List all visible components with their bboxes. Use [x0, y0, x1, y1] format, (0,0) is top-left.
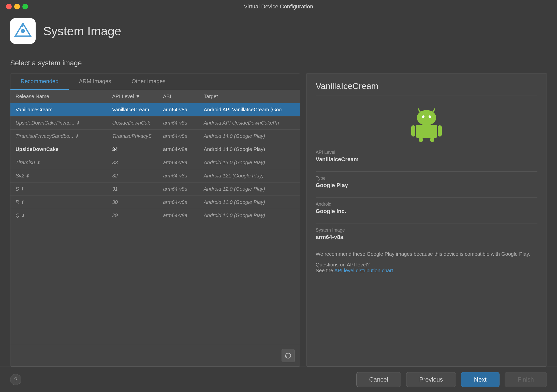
target-cell: Android API UpsideDownCakePri: [199, 116, 300, 130]
tab-other-images[interactable]: Other Images: [121, 73, 175, 90]
col-target: Target: [199, 90, 300, 103]
svg-point-1: [21, 29, 25, 33]
api-level-cell: 30: [107, 196, 158, 209]
abi-cell: arm64-v8a: [158, 156, 199, 169]
maximize-button[interactable]: [22, 4, 28, 9]
api-level-detail: API Level VanillaIceCream: [316, 150, 537, 163]
table-row[interactable]: UpsideDownCake34arm64-v8aAndroid 14.0 (G…: [10, 143, 300, 156]
svg-rect-9: [411, 125, 415, 137]
abi-cell: arm64-v8a: [158, 143, 199, 156]
download-icon[interactable]: ⬇: [20, 213, 25, 218]
system-image-detail: System Image arm64-v8a: [316, 228, 537, 240]
download-icon[interactable]: ⬇: [19, 200, 24, 205]
api-level-cell: 31: [107, 183, 158, 196]
close-button[interactable]: [6, 4, 12, 9]
api-level-cell: 29: [107, 209, 158, 222]
table-row[interactable]: TiramisuPrivacySandbo... ⬇TiramisuPrivac…: [10, 130, 300, 143]
release-name-cell: VanillaIceCream: [10, 103, 107, 116]
system-image-table: Release Name API Level ▼ ABI Target Vani…: [10, 90, 300, 222]
abi-cell: arm64-v8a: [158, 196, 199, 209]
svg-rect-10: [438, 125, 442, 137]
refresh-icon: [285, 352, 292, 359]
release-name-cell: TiramisuPrivacySandbo... ⬇: [10, 130, 107, 143]
api-level-cell: UpsideDownCak: [107, 116, 158, 130]
app-logo: [10, 18, 36, 44]
target-cell: Android API VanillaIceCream (Goo: [199, 103, 300, 116]
bottom-bar: ? Cancel Previous Next Finish: [0, 367, 557, 392]
type-label: Type: [316, 176, 537, 181]
release-name-cell: Sv2 ⬇: [10, 169, 107, 183]
cancel-button[interactable]: Cancel: [356, 372, 401, 387]
table-header-row: Release Name API Level ▼ ABI Target: [10, 90, 300, 103]
divider-2: [316, 197, 537, 198]
col-api-level[interactable]: API Level ▼: [107, 90, 158, 103]
refresh-button[interactable]: [282, 349, 295, 362]
svg-point-5: [417, 110, 436, 125]
table-row[interactable]: VanillaIceCreamVanillaIceCreamarm64-v8aA…: [10, 103, 300, 116]
abi-cell: arm64-v8a: [158, 183, 199, 196]
col-abi: ABI: [158, 90, 199, 103]
download-icon[interactable]: ⬇: [75, 120, 80, 126]
right-panel: VanillaIceCream: [306, 73, 547, 367]
target-cell: Android 13.0 (Google Play): [199, 156, 300, 169]
type-value: Google Play: [316, 182, 537, 189]
svg-rect-11: [419, 138, 423, 142]
svg-point-7: [429, 115, 431, 118]
tab-bar: Recommended ARM Images Other Images: [10, 73, 300, 90]
previous-button[interactable]: Previous: [406, 372, 456, 387]
target-cell: Android 14.0 (Google Play): [199, 130, 300, 143]
release-name-cell: Tiramisu ⬇: [10, 156, 107, 169]
tab-arm-images[interactable]: ARM Images: [69, 73, 121, 90]
minimize-button[interactable]: [14, 4, 20, 9]
android-value: Google Inc.: [316, 208, 537, 215]
bottom-left: ?: [10, 374, 21, 385]
recommend-text: We recommend these Google Play images be…: [316, 250, 537, 258]
select-system-image-label: Select a system image: [10, 59, 547, 67]
divider-1: [316, 171, 537, 172]
help-button[interactable]: ?: [10, 374, 21, 385]
table-row[interactable]: Q ⬇29arm64-v8aAndroid 10.0 (Google Play): [10, 209, 300, 222]
table-row[interactable]: Sv2 ⬇32arm64-v8aAndroid 12L (Google Play…: [10, 169, 300, 183]
window-title: Virtual Device Configuration: [244, 3, 313, 10]
api-question-text: Questions on API level?: [316, 262, 370, 267]
abi-cell: arm64-v8a: [158, 103, 199, 116]
download-icon[interactable]: ⬇: [35, 160, 40, 165]
release-name-cell: UpsideDownCakePrivac... ⬇: [10, 116, 107, 130]
api-level-cell: TiramisuPrivacyS: [107, 130, 158, 143]
api-level-chart-link[interactable]: API level distribution chart: [334, 268, 393, 273]
abi-cell: arm64-v8a: [158, 130, 199, 143]
table-row[interactable]: S ⬇31arm64-v8aAndroid 12.0 (Google Play): [10, 183, 300, 196]
system-image-table-container: Release Name API Level ▼ ABI Target Vani…: [10, 90, 300, 345]
api-level-label: API Level: [316, 150, 537, 155]
android-label: Android: [316, 202, 537, 207]
window-controls: [6, 4, 28, 9]
table-row[interactable]: Tiramisu ⬇33arm64-v8aAndroid 13.0 (Googl…: [10, 156, 300, 169]
api-link-area: Questions on API level? See the API leve…: [316, 262, 537, 274]
col-release-name[interactable]: Release Name: [10, 90, 107, 103]
abi-cell: arm64-v8a: [158, 169, 199, 183]
release-name-cell: Q ⬇: [10, 209, 107, 222]
release-name-cell: S ⬇: [10, 183, 107, 196]
svg-point-6: [422, 115, 424, 118]
download-icon[interactable]: ⬇: [19, 187, 24, 192]
svg-rect-8: [416, 125, 437, 138]
target-cell: Android 11.0 (Google Play): [199, 196, 300, 209]
next-button[interactable]: Next: [461, 372, 500, 387]
left-panel: Recommended ARM Images Other Images Rele…: [10, 73, 300, 367]
download-icon[interactable]: ⬇: [74, 134, 79, 139]
table-row[interactable]: UpsideDownCakePrivac... ⬇UpsideDownCakar…: [10, 116, 300, 130]
tab-recommended[interactable]: Recommended: [10, 73, 69, 90]
download-icon[interactable]: ⬇: [24, 173, 29, 178]
api-level-cell: 34: [107, 143, 158, 156]
svg-rect-12: [430, 138, 434, 142]
system-image-value: arm64-v8a: [316, 234, 537, 240]
type-detail: Type Google Play: [316, 176, 537, 189]
table-row[interactable]: R ⬇30arm64-v8aAndroid 11.0 (Google Play): [10, 196, 300, 209]
title-bar: Virtual Device Configuration: [0, 0, 557, 13]
bottom-right: Cancel Previous Next Finish: [356, 372, 547, 387]
abi-cell: arm64-v8a: [158, 116, 199, 130]
api-level-cell: 32: [107, 169, 158, 183]
release-name-cell: UpsideDownCake: [10, 143, 107, 156]
panels-area: Recommended ARM Images Other Images Rele…: [10, 73, 547, 367]
finish-button: Finish: [505, 372, 547, 387]
